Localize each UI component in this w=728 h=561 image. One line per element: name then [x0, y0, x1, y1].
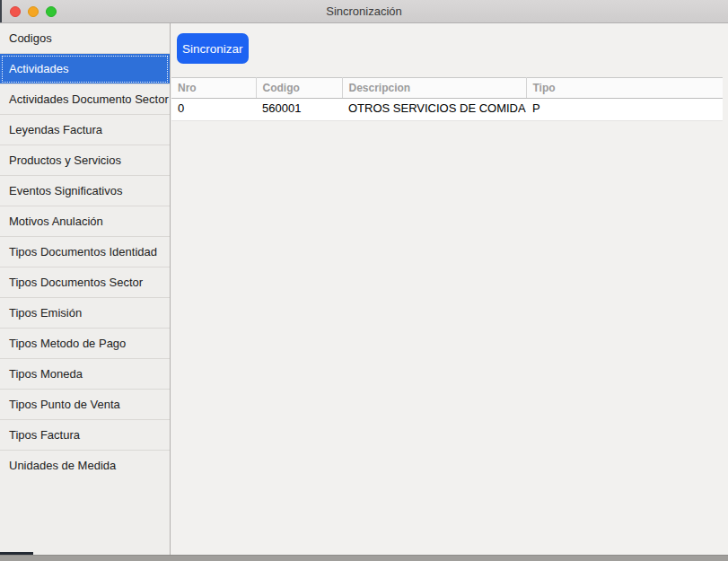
sincronizar-button[interactable]: Sincronizar [177, 33, 249, 64]
table-cell: OTROS SERVICIOS DE COMIDAS [342, 99, 526, 118]
activities-table: NroCodigoDescripcionTipo 0560001OTROS SE… [171, 77, 723, 121]
sidebar-item-tipos-moneda[interactable]: Tipos Moneda [0, 359, 170, 390]
sidebar-item-leyendas-factura[interactable]: Leyendas Factura [0, 115, 170, 145]
sidebar-item-actividades[interactable]: Actividades [0, 54, 170, 84]
window-bottom-edge [0, 555, 728, 561]
sidebar: CodigosActividadesActividades Documento … [0, 23, 171, 555]
table-header-row: NroCodigoDescripcionTipo [171, 78, 723, 99]
sidebar-item-label: Tipos Factura [9, 428, 80, 442]
column-header-codigo[interactable]: Codigo [256, 78, 342, 99]
table-body: 0560001OTROS SERVICIOS DE COMIDASP [171, 99, 723, 118]
main-panel: Sincronizar NroCodigoDescripcionTipo 056… [171, 23, 728, 555]
table-row[interactable]: 0560001OTROS SERVICIOS DE COMIDASP [171, 99, 723, 118]
sidebar-item-label: Leyendas Factura [9, 123, 102, 136]
sidebar-item-label: Codigos [9, 31, 52, 45]
sidebar-item-label: Motivos Anulación [9, 215, 103, 228]
sidebar-item-tipos-factura[interactable]: Tipos Factura [0, 420, 170, 451]
sidebar-item-codigos[interactable]: Codigos [0, 23, 170, 54]
sidebar-item-unidades-de-medida[interactable]: Unidades de Medida [0, 451, 170, 481]
sidebar-item-label: Tipos Moneda [9, 367, 83, 381]
sidebar-item-eventos-significativos[interactable]: Eventos Significativos [0, 176, 170, 206]
sidebar-item-motivos-anulacion[interactable]: Motivos Anulación [0, 206, 170, 237]
column-header-nro[interactable]: Nro [171, 78, 256, 99]
table-cell: 560001 [256, 99, 342, 118]
column-header-descripcion[interactable]: Descripcion [342, 78, 526, 99]
sidebar-item-label: Tipos Punto de Venta [9, 398, 120, 411]
window-title: Sincronización [0, 0, 728, 22]
sidebar-item-actividades-documento-sector[interactable]: Actividades Documento Sector [0, 84, 170, 115]
sidebar-item-label: Tipos Emisión [9, 306, 82, 320]
column-header-tipo[interactable]: Tipo [526, 78, 723, 99]
window-titlebar: Sincronización [0, 0, 728, 23]
sidebar-item-label: Tipos Documentos Identidad [9, 245, 157, 259]
sidebar-item-label: Actividades [9, 62, 68, 75]
sidebar-item-label: Eventos Significativos [9, 184, 122, 197]
sidebar-item-label: Productos y Servicios [9, 153, 121, 167]
sidebar-item-label: Tipos Documentos Sector [9, 276, 143, 289]
window-content: CodigosActividadesActividades Documento … [0, 23, 728, 555]
app-window: Sincronización CodigosActividadesActivid… [0, 0, 728, 561]
sidebar-item-tipos-punto-de-venta[interactable]: Tipos Punto de Venta [0, 390, 170, 420]
table-cell: P [526, 99, 723, 118]
sidebar-item-tipos-documentos-identidad[interactable]: Tipos Documentos Identidad [0, 237, 170, 267]
sidebar-item-tipos-emision[interactable]: Tipos Emisión [0, 298, 170, 329]
sidebar-item-label: Unidades de Medida [9, 459, 116, 472]
sidebar-item-productos-y-servicios[interactable]: Productos y Servicios [0, 145, 170, 176]
sidebar-item-tipos-documentos-sector[interactable]: Tipos Documentos Sector [0, 267, 170, 298]
sidebar-item-label: Tipos Metodo de Pago [9, 337, 126, 350]
sidebar-item-tipos-metodo-de-pago[interactable]: Tipos Metodo de Pago [0, 329, 170, 359]
table-cell: 0 [171, 99, 256, 118]
sidebar-item-label: Actividades Documento Sector [9, 92, 169, 106]
